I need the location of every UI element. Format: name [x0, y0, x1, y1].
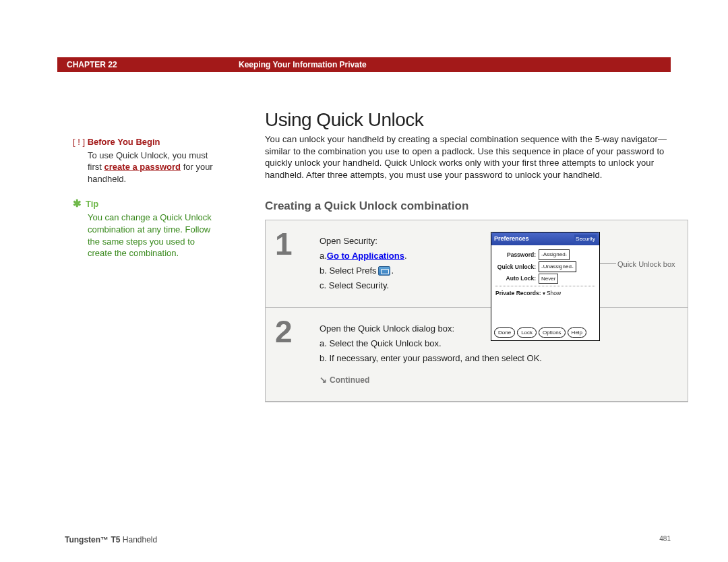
- chapter-label: CHAPTER 22: [67, 60, 239, 69]
- before-you-begin-body: To use Quick Unlock, you must first crea…: [73, 150, 214, 185]
- tip-body: You can change a Quick Unlock combinatio…: [73, 212, 214, 259]
- palm-private-records: Private Records: Show: [495, 288, 595, 299]
- tip-label: Tip: [86, 199, 98, 209]
- palm-titlebar: Preferences Security: [491, 232, 599, 245]
- palm-title-left: Preferences: [494, 234, 529, 244]
- substep-b: b. Select Prefs .: [320, 263, 481, 278]
- callout-line: [600, 263, 616, 264]
- prefs-icon: [378, 266, 390, 276]
- step-2: 2 Open the Quick Unlock dialog box: a. S…: [266, 308, 688, 402]
- dropdown-icon: Show: [543, 290, 561, 296]
- step-body: Open the Quick Unlock dialog box: a. Sel…: [320, 308, 688, 401]
- create-password-link[interactable]: create a password: [104, 162, 181, 172]
- intro-paragraph: You can unlock your handheld by creating…: [265, 133, 686, 181]
- step-body: Open Security: a. Go to Applications. b.…: [320, 220, 688, 307]
- substep-b: b. If necessary, enter your password, an…: [320, 351, 681, 366]
- step-number: 2: [266, 308, 320, 401]
- page-number: 481: [659, 535, 671, 544]
- substep-a: a. Go to Applications.: [320, 249, 481, 263]
- steps-container: 1 Open Security: a. Go to Applications. …: [265, 220, 688, 402]
- product-name: Tungsten™ T5 Handheld: [65, 535, 157, 544]
- palm-title-right: Security: [574, 235, 597, 244]
- asterisk-icon: [73, 199, 86, 209]
- alert-marker: [ ! ]: [73, 137, 88, 147]
- before-you-begin-label: Before You Begin: [88, 137, 160, 147]
- substep-a: a. Select the Quick Unlock box.: [320, 336, 681, 351]
- chapter-header: CHAPTER 22 Keeping Your Information Priv…: [57, 57, 671, 72]
- go-to-applications-link[interactable]: Go to Applications: [327, 249, 404, 263]
- continued-arrow-icon: [320, 375, 330, 385]
- palm-row-auto-lock: Auto Lock: Never: [495, 274, 595, 284]
- step-lead: Open the Quick Unlock dialog box:: [320, 321, 681, 336]
- step-number: 1: [266, 220, 320, 307]
- step-1: 1 Open Security: a. Go to Applications. …: [266, 220, 688, 307]
- page-footer: Tungsten™ T5 Handheld 481: [65, 535, 671, 544]
- main-content: Using Quick Unlock You can unlock your h…: [265, 109, 686, 402]
- sidebar: [ ! ] Before You Begin To use Quick Unlo…: [73, 136, 214, 259]
- subheading: Creating a Quick Unlock combination: [265, 199, 686, 213]
- step-lead: Open Security:: [320, 234, 481, 249]
- section-title: Keeping Your Information Private: [239, 60, 367, 69]
- palm-row-password: Password: -Assigned-: [495, 249, 595, 260]
- tip-heading: Tip: [73, 197, 214, 210]
- callout-label: Quick Unlock box: [617, 258, 675, 271]
- substep-c: c. Select Security.: [320, 278, 481, 293]
- page-title: Using Quick Unlock: [265, 109, 686, 131]
- before-you-begin-heading: [ ! ] Before You Begin: [73, 136, 214, 148]
- palm-row-quick-unlock: Quick Unlock: -Unassigned-: [495, 261, 595, 272]
- continued-indicator: Continued: [320, 373, 681, 387]
